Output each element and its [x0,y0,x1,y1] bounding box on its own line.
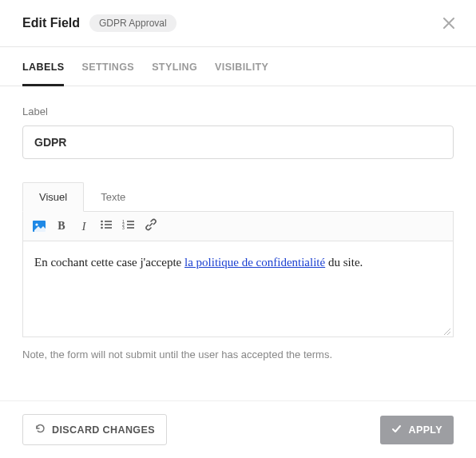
svg-text:3: 3 [122,225,125,230]
editor-mode-tabs: Visuel Texte [22,181,454,211]
close-icon [443,16,454,33]
panel-body: Label Visuel Texte B I [0,86,476,368]
tab-visibility[interactable]: VISIBILITY [215,47,268,86]
editor-content[interactable]: En cochant cette case j'accepte la polit… [22,241,454,337]
undo-icon [34,423,46,436]
link-button[interactable] [141,217,161,236]
unordered-list-button[interactable] [97,217,116,236]
svg-rect-11 [127,224,134,225]
svg-rect-3 [105,221,112,222]
apply-label: APPLY [408,424,442,436]
svg-text:1: 1 [122,219,125,224]
editor-text-prefix: En cochant cette case j'accepte [34,256,184,269]
page-title: Edit Field [22,16,80,30]
svg-point-1 [35,223,38,225]
close-button[interactable] [439,14,458,34]
svg-point-6 [101,227,103,229]
italic-icon: I [82,220,86,233]
field-type-badge: GDPR Approval [89,14,177,32]
editor-text-suffix: du site. [325,256,363,269]
helper-note: Note, the form will not submit until the… [22,348,454,360]
ordered-list-icon: 123 [122,219,135,233]
editor-tab-text[interactable]: Texte [84,182,142,212]
section-tabs: LABELS SETTINGS STYLING VISIBILITY [0,47,476,86]
svg-rect-7 [105,227,112,229]
svg-rect-0 [33,221,46,232]
svg-point-4 [101,224,103,226]
svg-point-2 [101,221,103,223]
discard-button[interactable]: DISCARD CHANGES [22,414,167,445]
bold-icon: B [58,220,65,233]
media-button[interactable] [30,217,49,236]
unordered-list-icon [100,219,113,233]
rich-editor: Visuel Texte B I 123 [22,181,454,337]
ordered-list-button[interactable]: 123 [119,217,138,236]
svg-rect-5 [105,224,112,225]
check-icon [391,424,402,436]
tab-labels[interactable]: LABELS [22,47,64,86]
svg-rect-13 [127,227,134,229]
italic-button[interactable]: I [74,217,93,236]
tab-styling[interactable]: STYLING [152,47,197,86]
label-input[interactable] [22,125,454,159]
svg-rect-9 [127,221,134,222]
discard-label: DISCARD CHANGES [52,424,155,436]
dialog-header: Edit Field GDPR Approval [0,0,476,46]
editor-toolbar: B I 123 [22,211,454,241]
media-icon [33,221,46,232]
resize-handle[interactable] [442,325,451,335]
link-icon [145,218,157,234]
label-caption: Label [22,106,454,117]
tab-settings[interactable]: SETTINGS [81,47,134,86]
privacy-policy-link[interactable]: la politique de confidentialité [184,256,325,269]
dialog-footer: DISCARD CHANGES APPLY [0,400,476,458]
editor-tab-visual[interactable]: Visuel [22,182,84,212]
apply-button[interactable]: APPLY [380,416,454,444]
bold-button[interactable]: B [52,217,71,236]
svg-text:2: 2 [122,222,125,227]
